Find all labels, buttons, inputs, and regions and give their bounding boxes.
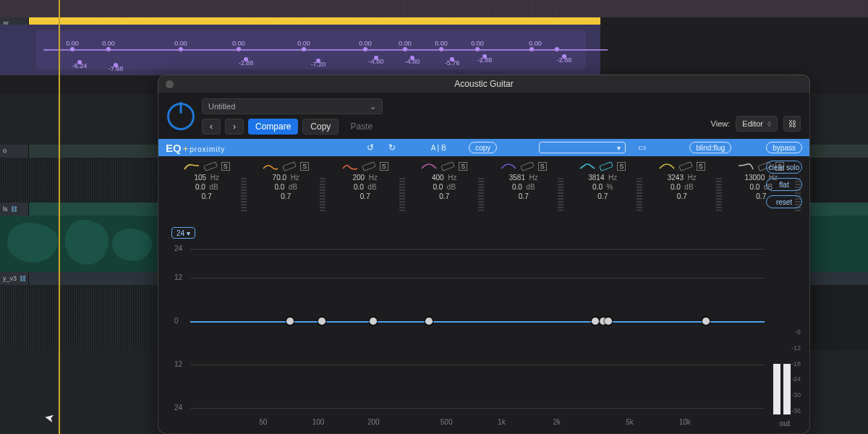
bypass-button[interactable]: bypass — [766, 142, 802, 153]
band-6-db[interactable]: 0.0 % — [592, 183, 613, 191]
band-2-meter — [320, 178, 326, 211]
band-3-tool-icon[interactable] — [362, 161, 376, 171]
band-5-hz[interactable]: 3581 Hz — [509, 174, 538, 182]
caret-icon: ▾ — [187, 229, 190, 237]
band-1-hz[interactable]: 105 Hz — [195, 174, 219, 182]
band-3-meter — [399, 178, 405, 211]
aut-bot-8: -2.88 — [557, 56, 572, 64]
eq-node-8[interactable] — [702, 318, 710, 325]
blindflug-button[interactable]: blind:flug — [689, 142, 731, 153]
band-4-hz[interactable]: 400 Hz — [432, 174, 456, 182]
eq-node-4[interactable] — [425, 318, 433, 325]
band-5-solo-button[interactable]: S — [538, 162, 547, 171]
band-1-meter — [241, 178, 247, 211]
brand-sub: proximity — [190, 145, 225, 153]
save-icon[interactable]: ▭ — [636, 142, 647, 153]
band-2-db[interactable]: 0.0 dB — [274, 183, 297, 191]
preset-next-button[interactable]: › — [225, 119, 244, 135]
band-4-q[interactable]: 0.7 — [439, 192, 449, 200]
view-select-value: Editor — [742, 119, 763, 128]
band-3-shape-icon[interactable] — [342, 163, 358, 170]
aut-top-8: 0.00 — [471, 40, 484, 47]
copy-button[interactable]: Copy — [302, 119, 339, 135]
band-2-q[interactable]: 0.7 — [281, 192, 291, 200]
band-2-hz[interactable]: 70.0 Hz — [273, 174, 299, 182]
band-4-db[interactable]: 0.0 dB — [433, 183, 456, 191]
band-7-tool-icon[interactable] — [678, 161, 693, 171]
db-range-chip[interactable]: 24 ▾ — [171, 227, 195, 239]
band-1-shape-icon[interactable] — [184, 163, 200, 170]
aut-top-3: 0.00 — [232, 40, 245, 47]
band-5-shape-icon[interactable] — [501, 163, 516, 170]
aut-bot-5: -4.80 — [405, 58, 420, 65]
band-5-db[interactable]: 0.0 dB — [512, 183, 535, 191]
band-1-tool-icon[interactable] — [203, 161, 218, 171]
meter-out-label: out — [767, 420, 802, 427]
band-7-shape-icon[interactable] — [659, 163, 675, 170]
clear-solo-button[interactable]: clear solo — [766, 161, 802, 174]
band-8-q[interactable]: 0.7 — [756, 192, 766, 200]
compare-button[interactable]: Compare — [248, 119, 298, 135]
aut-bot-6: -5.76 — [445, 59, 460, 67]
band-5-tool-icon[interactable] — [520, 161, 535, 171]
band-7-q[interactable]: 0.7 — [677, 192, 687, 200]
aut-top-9: 0.00 — [529, 40, 542, 47]
band-5-q[interactable]: 0.7 — [519, 192, 529, 200]
band-4-tool-icon[interactable] — [441, 161, 455, 171]
view-select[interactable]: Editor ◊ — [736, 116, 778, 132]
redo-button[interactable]: ↻ — [386, 142, 398, 153]
eq-node-7[interactable] — [592, 318, 599, 325]
band-4-shape-icon[interactable] — [421, 163, 437, 170]
y-tick-0: 24 — [174, 244, 182, 252]
band-3-q[interactable]: 0.7 — [360, 192, 370, 200]
eq-node-1[interactable] — [318, 318, 326, 325]
band-6-shape-icon[interactable] — [579, 163, 595, 170]
eq-node-3[interactable] — [370, 318, 377, 325]
band-2-solo-button[interactable]: S — [300, 162, 309, 171]
preset-dropdown[interactable]: ▾ — [539, 142, 626, 153]
ab-copy-button[interactable]: copy — [469, 142, 497, 153]
eq-node-6[interactable] — [605, 318, 612, 325]
undo-button[interactable]: ↺ — [365, 142, 376, 153]
band-6-hz[interactable]: 3814 Hz — [588, 174, 617, 182]
band-7-solo-button[interactable]: S — [697, 162, 705, 171]
eq-graph[interactable]: 24 ▾ 241201224501002005001k2k5k10k — [169, 227, 765, 429]
band-6-q[interactable]: 0.7 — [597, 192, 608, 200]
preset-select[interactable]: Untitled ⌄ — [202, 98, 383, 114]
band-2-tool-icon[interactable] — [282, 161, 297, 171]
flat-button[interactable]: flat — [766, 178, 802, 191]
band-1-db[interactable]: 0.0 dB — [195, 183, 218, 191]
link-icon: ⛓ — [11, 205, 17, 213]
band-1-solo-button[interactable]: S — [221, 162, 230, 171]
view-label: View: — [711, 119, 731, 128]
db-range-value: 24 — [176, 229, 184, 237]
aut-top-1: 0.00 — [102, 40, 115, 47]
aut-top-2: 0.00 — [174, 40, 187, 47]
updown-icon: ◊ — [767, 120, 771, 128]
preset-prev-button[interactable]: ‹ — [202, 119, 221, 135]
x-tick-5: 2k — [553, 418, 561, 426]
band-8-shape-icon[interactable] — [738, 163, 754, 170]
band-3-solo-button[interactable]: S — [380, 162, 388, 171]
band-4-solo-button[interactable]: S — [459, 162, 467, 171]
close-icon[interactable] — [166, 80, 174, 88]
aut-top-4: 0.00 — [297, 40, 310, 47]
power-button[interactable] — [167, 103, 195, 130]
aut-bot-0: -6.24 — [72, 62, 88, 69]
x-tick-6: 5k — [626, 418, 634, 426]
band-7-hz[interactable]: 3243 Hz — [668, 174, 697, 182]
band-7-db[interactable]: 0.0 dB — [671, 183, 694, 191]
track-label-ls: ls — [3, 205, 8, 213]
band-6-tool-icon[interactable] — [599, 161, 613, 171]
eq-node-2[interactable] — [286, 318, 294, 325]
paste-button[interactable]: Paste — [343, 119, 380, 135]
band-3-hz[interactable]: 200 Hz — [353, 174, 378, 182]
ab-toggle[interactable]: A | B — [433, 142, 444, 153]
band-2-shape-icon[interactable] — [263, 163, 278, 170]
band-6-solo-button[interactable]: S — [617, 162, 626, 171]
sidechain-button[interactable]: ⛓ — [783, 116, 801, 132]
y-tick-1: 12 — [174, 273, 182, 281]
reset-button[interactable]: reset — [766, 195, 802, 208]
band-3-db[interactable]: 0.0 dB — [354, 183, 377, 191]
band-1-q[interactable]: 0.7 — [202, 192, 212, 200]
